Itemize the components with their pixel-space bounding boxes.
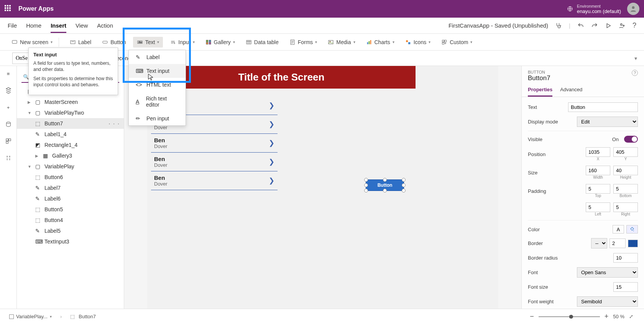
tree-variableplaytwo[interactable]: ▼▢VariablePlayTwo — [17, 107, 124, 118]
gallery-row[interactable]: BenDover❯ — [151, 171, 278, 190]
prop-borderwidth-input[interactable] — [610, 238, 626, 248]
prop-width-input[interactable] — [586, 166, 610, 175]
dd-label[interactable]: ✎Label — [129, 50, 186, 64]
add-icon[interactable]: + — [5, 104, 12, 111]
dd-html-text[interactable]: <>HTML text — [129, 78, 186, 92]
tree-masterscreen[interactable]: ▶▢MasterScreen — [17, 97, 124, 107]
panel-help-icon[interactable]: ? — [632, 70, 638, 76]
prop-textcolor-button[interactable]: A — [613, 225, 624, 234]
tree-gallery3[interactable]: ▶▦Gallery3 — [17, 150, 124, 161]
new-screen-button[interactable]: New screen▾ — [8, 35, 63, 49]
prop-displaymode-select[interactable]: Edit — [577, 117, 638, 127]
tools-icon[interactable] — [5, 154, 12, 162]
media-dropdown-button[interactable]: Media▾ — [324, 37, 359, 48]
prop-visible-toggle[interactable] — [624, 136, 638, 143]
data-icon[interactable] — [5, 120, 12, 128]
chevron-right-icon[interactable]: ❯ — [269, 120, 274, 128]
chevron-right-icon[interactable]: ❯ — [269, 101, 274, 110]
svg-rect-11 — [209, 40, 211, 42]
menu-home[interactable]: Home — [26, 22, 41, 29]
gallery-row[interactable]: BenDover❯ — [151, 153, 278, 171]
input-dropdown-button[interactable]: Input▾ — [166, 37, 198, 48]
prop-fill-button[interactable] — [626, 225, 638, 234]
gallery-dropdown-button[interactable]: Gallery▾ — [202, 37, 239, 48]
svg-rect-22 — [408, 42, 410, 44]
app-launcher-icon[interactable] — [5, 5, 12, 13]
prop-font-select[interactable]: Open Sans — [577, 267, 638, 278]
product-name: Power Apps — [18, 5, 54, 12]
help-icon[interactable]: ? — [632, 21, 636, 30]
dd-text-input[interactable]: ⌨Text input — [129, 64, 186, 78]
tree-textinput3[interactable]: ⌨TextInput3 — [17, 236, 124, 247]
environment-picker[interactable]: Environment enayu.com (default) — [567, 3, 621, 14]
prop-borderstyle-select[interactable]: — — [591, 238, 607, 248]
datatable-button[interactable]: Data table — [242, 37, 283, 48]
text-dropdown-button[interactable]: Abc Text▾ — [133, 37, 163, 48]
chevron-right-icon[interactable]: ❯ — [269, 158, 274, 166]
menu-file[interactable]: File — [8, 22, 17, 29]
tree-button7[interactable]: ⬚Button7· · · — [17, 118, 124, 129]
tree-label14[interactable]: ✎Label1_4 — [17, 129, 124, 140]
prop-x-input[interactable] — [586, 147, 610, 157]
tab-advanced[interactable]: Advanced — [560, 87, 582, 97]
button-button[interactable]: Button — [98, 37, 130, 48]
prop-padright-input[interactable] — [613, 202, 638, 212]
menu-view[interactable]: View — [76, 22, 88, 29]
insert-pane-icon[interactable] — [5, 87, 12, 94]
tree-button4[interactable]: ⬚Button4 — [17, 215, 124, 225]
breadcrumb-control[interactable]: ⬚Button7 — [67, 312, 99, 321]
prop-height-input[interactable] — [613, 166, 638, 175]
menu-action[interactable]: Action — [97, 22, 113, 29]
zoom-in-button[interactable]: + — [605, 312, 609, 321]
dd-rich-text[interactable]: ARich text editor — [129, 92, 186, 112]
custom-dropdown-button[interactable]: Custom▾ — [437, 37, 476, 48]
prop-borderradius-input[interactable] — [613, 253, 638, 263]
prop-padleft-input[interactable] — [586, 202, 610, 212]
menu-insert[interactable]: Insert — [51, 22, 66, 33]
tree-label7[interactable]: ✎Label7 — [17, 183, 124, 193]
fit-screen-icon[interactable]: ⤢ — [629, 314, 633, 319]
media-pane-icon[interactable] — [5, 137, 12, 145]
breadcrumb-screen[interactable]: VariablePlay... ▾ — [6, 312, 55, 321]
share-icon[interactable] — [619, 22, 626, 29]
user-avatar[interactable] — [627, 3, 639, 15]
screen-title-bar[interactable]: Title of the Screen — [147, 66, 416, 89]
prop-y-input[interactable] — [613, 147, 638, 157]
forms-dropdown-button[interactable]: Forms▾ — [286, 37, 321, 48]
tree-label6[interactable]: ✎Label6 — [17, 193, 124, 204]
tree-button5[interactable]: ⬚Button5 — [17, 204, 124, 215]
expand-formula-icon[interactable]: ▾ — [634, 55, 639, 61]
chart-icon — [366, 39, 372, 45]
prop-fontweight-select[interactable]: Semibold — [577, 296, 638, 307]
design-screen[interactable]: Title of the Screen BenDover❯ BenDover❯ … — [147, 66, 416, 190]
prop-padbottom-input[interactable] — [613, 184, 638, 194]
undo-icon[interactable] — [577, 22, 584, 29]
dd-pen-input[interactable]: ✏Pen input — [129, 112, 186, 125]
chevron-right-icon[interactable]: ❯ — [269, 176, 274, 185]
zoom-out-button[interactable]: − — [530, 312, 534, 321]
chevron-right-icon[interactable]: ❯ — [269, 139, 274, 147]
tree-rectangle14[interactable]: ◩Rectangle1_4 — [17, 140, 124, 150]
tab-properties[interactable]: Properties — [528, 87, 552, 97]
more-icon[interactable]: · · · — [109, 120, 120, 127]
redo-icon[interactable] — [591, 22, 598, 29]
prop-fontsize-input[interactable] — [613, 282, 638, 292]
icons-dropdown-button[interactable]: Icons▾ — [401, 37, 434, 48]
tree-button6[interactable]: ⬚Button6 — [17, 172, 124, 183]
zoom-slider[interactable] — [539, 316, 600, 317]
stethoscope-icon[interactable] — [555, 22, 562, 29]
selected-button-control[interactable]: Button — [366, 179, 404, 191]
prop-bordercolor-button[interactable] — [628, 240, 638, 247]
svg-rect-14 — [246, 40, 251, 44]
play-icon[interactable] — [605, 22, 612, 29]
charts-dropdown-button[interactable]: Charts▾ — [362, 37, 398, 48]
prop-padtop-input[interactable] — [586, 184, 610, 194]
prop-text-input[interactable] — [568, 102, 638, 112]
gallery-row[interactable]: BenDover❯ — [151, 134, 278, 153]
svg-rect-19 — [368, 41, 370, 44]
main-workspace: ≡ + 🔍 ▦App ▶▢MasterScreen ▼▢VariablePlay… — [0, 66, 644, 309]
tree-view-icon[interactable]: ≡ — [5, 70, 12, 77]
tree-variableplay[interactable]: ▼▢VariablePlay — [17, 161, 124, 172]
label-button[interactable]: Label — [66, 37, 95, 48]
tree-label5[interactable]: ✎Label5 — [17, 225, 124, 236]
